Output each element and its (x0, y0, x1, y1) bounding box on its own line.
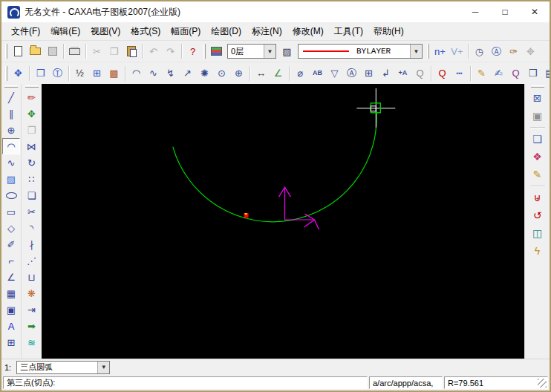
wave-line-button[interactable]: ∿ (145, 65, 162, 82)
help-button[interactable]: ? (184, 43, 201, 59)
linetype-scale-button[interactable]: ┅ (451, 65, 468, 82)
toolbox-handle[interactable] (531, 85, 544, 88)
save-button[interactable] (44, 43, 61, 59)
drawing-canvas[interactable] (42, 84, 524, 359)
library-convert-button[interactable]: ✎ (528, 166, 547, 183)
layers-button[interactable] (208, 43, 225, 59)
text-tool[interactable]: A (2, 318, 20, 334)
text-annotate-button[interactable]: +A (394, 65, 411, 82)
library-manage-button[interactable]: ❑ (528, 130, 547, 148)
coordinate-dim-button[interactable]: ∠ (270, 65, 287, 82)
menu-item-2[interactable]: 视图(V) (85, 23, 125, 40)
layer-combobox[interactable]: 0层 ▼ (227, 44, 276, 59)
zigzag-line-button[interactable]: ↯ (162, 65, 179, 82)
toolbar-handle[interactable] (203, 44, 206, 59)
arc-segment-button[interactable]: ◠ (128, 65, 145, 82)
menu-item-1[interactable]: 编辑(E) (45, 23, 85, 40)
formula-curve-tool[interactable]: ▦ (2, 285, 20, 301)
circle-stand-button[interactable]: ⊙ (213, 65, 230, 82)
cut-button[interactable]: ✂ (88, 43, 105, 59)
watch-update-button[interactable]: ◷ (471, 43, 488, 59)
circle-tool[interactable]: ⊕ (2, 122, 20, 138)
toolbox-handle[interactable] (25, 85, 39, 88)
dynamic-zoom-button[interactable]: Ⓣ (49, 65, 66, 82)
toolbar-handle[interactable] (5, 44, 7, 59)
pipe-cross-button[interactable]: ⊕ (230, 65, 247, 82)
array-tool[interactable]: ∷ (23, 171, 41, 187)
block-attribute-button[interactable]: ϟ (528, 242, 547, 260)
undo-button[interactable]: ↶ (145, 43, 162, 59)
symbol-drive-button[interactable]: ❖ (528, 148, 547, 166)
table-text-button[interactable]: ⊞ (88, 65, 105, 82)
rectangle-tool[interactable]: ▭ (2, 203, 20, 220)
menu-item-4[interactable]: 幅面(P) (166, 23, 206, 40)
profile-lines-tool[interactable]: ⌐ (2, 252, 20, 269)
spline-tool[interactable]: ∿ (2, 154, 20, 171)
rotate-tool[interactable]: ↻ (23, 154, 41, 171)
extend-tool[interactable]: ⋰ (23, 252, 41, 269)
datum-button[interactable]: Ⓐ (343, 65, 360, 82)
break-point-tool[interactable]: ⇥ (23, 301, 41, 318)
menu-item-0[interactable]: 文件(F) (6, 23, 45, 40)
half-ratio-button[interactable]: ½ (71, 65, 88, 82)
paste-button[interactable] (123, 43, 140, 59)
copy-tool[interactable]: ❐ (23, 122, 41, 138)
block-make-tool[interactable]: ➡ (23, 318, 41, 334)
menu-item-9[interactable]: 帮助(H) (368, 23, 409, 40)
erase-tool[interactable]: ✏ (23, 89, 41, 105)
menu-item-3[interactable]: 格式(S) (125, 23, 166, 40)
menu-item-5[interactable]: 绘图(D) (206, 23, 247, 40)
copy-button[interactable]: ❐ (105, 43, 123, 59)
line-tool[interactable]: ╱ (2, 89, 20, 105)
text-style-button[interactable]: Ⓐ (488, 43, 505, 59)
tech-requirement-button[interactable]: ↺ (528, 206, 547, 224)
toolbox-handle[interactable] (4, 85, 18, 88)
query-button[interactable]: Q (434, 65, 451, 82)
block-tool[interactable]: ⊞ (2, 334, 20, 350)
menu-item-7[interactable]: 修改(M) (287, 23, 329, 40)
dynamic-pan-button[interactable]: ❒ (32, 65, 49, 82)
zoom-rect-button[interactable]: ❒ (524, 65, 541, 82)
arrange-button[interactable]: ✥ (522, 43, 539, 59)
gear-shape-button[interactable]: ✺ (196, 65, 213, 82)
annotate-style-button[interactable]: ✑ (505, 43, 522, 59)
tolerance-frame-button[interactable]: ⊞ (360, 65, 377, 82)
palette-button[interactable]: ▩ (105, 65, 123, 82)
print-button[interactable] (66, 43, 83, 59)
linetype-combobox[interactable]: BYLAYER ▼ (298, 44, 423, 59)
roughness-button[interactable]: ▽ (326, 65, 343, 82)
baseline-dim-button[interactable]: AB (309, 65, 326, 82)
vsnap-button[interactable]: V+ (449, 43, 466, 59)
close-button[interactable]: ✕ (520, 1, 550, 22)
redo-button[interactable]: ↷ (162, 43, 179, 59)
new-file-button[interactable] (10, 43, 27, 59)
corner-tool[interactable]: ❋ (23, 285, 41, 301)
section-view-button[interactable]: ◫ (528, 224, 547, 242)
command-combobox-arrow[interactable]: ▼ (97, 362, 109, 373)
ellipse-tool[interactable] (2, 187, 20, 203)
parallel-tool[interactable]: ∥ (2, 105, 20, 122)
layer-combobox-arrow[interactable]: ▼ (264, 45, 276, 58)
polygon-tool[interactable]: ◇ (2, 220, 20, 236)
menu-item-6[interactable]: 标注(N) (247, 23, 287, 40)
hand-edit-button[interactable]: ✍ (490, 65, 507, 82)
menu-item-8[interactable]: 工具(T) (329, 23, 368, 40)
zoom-extents-button[interactable]: ✥ (10, 65, 27, 82)
linetype-combobox-arrow[interactable]: ▼ (410, 45, 422, 58)
angle-line-tool[interactable]: ∠ (2, 269, 20, 285)
move-tool[interactable]: ✥ (23, 105, 41, 122)
diameter-dim-button[interactable]: ⌀ (292, 65, 309, 82)
toolbar-handle[interactable] (427, 44, 429, 59)
maximize-button[interactable]: □ (490, 1, 520, 22)
page-view-button[interactable]: ▤ (541, 65, 550, 82)
section-pen-tool[interactable]: ✐ (2, 236, 20, 252)
command-combobox[interactable]: 三点圆弧 ▼ (16, 361, 110, 374)
open-file-button[interactable] (27, 43, 44, 59)
toolbar-handle[interactable] (5, 66, 7, 81)
zoom-in-button[interactable]: Q (507, 65, 524, 82)
dimension-button[interactable]: ↔ (252, 65, 270, 82)
trim-scissors-tool[interactable]: ✂ (23, 203, 41, 220)
resize-grip[interactable] (538, 379, 547, 388)
detail-view-tool[interactable]: ▣ (2, 301, 20, 318)
library-extract-button[interactable]: ⊠ (528, 89, 547, 107)
